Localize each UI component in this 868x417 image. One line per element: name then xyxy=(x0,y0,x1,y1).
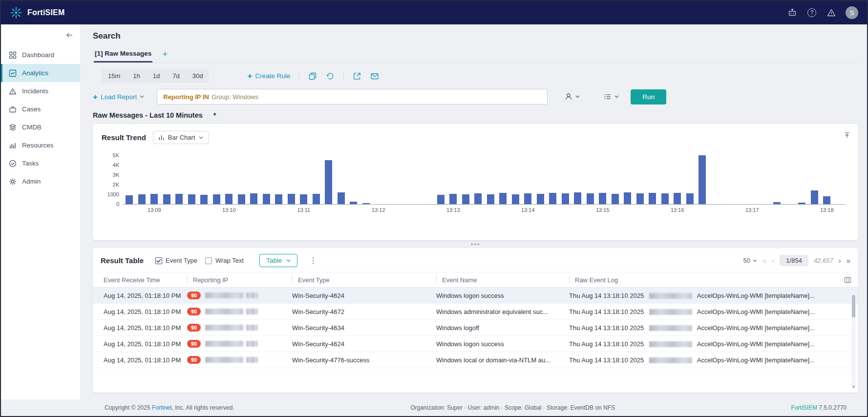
run-button[interactable]: Run xyxy=(631,89,666,104)
trend-bar[interactable] xyxy=(509,154,522,204)
trend-bar[interactable] xyxy=(136,154,148,204)
trend-bar[interactable] xyxy=(347,154,360,204)
trend-bar[interactable] xyxy=(410,154,423,204)
trend-bar[interactable] xyxy=(734,154,746,204)
trend-bar[interactable] xyxy=(186,154,198,204)
time-range-1h[interactable]: 1h xyxy=(127,69,146,83)
table-row[interactable]: Aug 14, 2025, 01:18:10 PM 90 Win-Securit… xyxy=(93,336,858,352)
column-header-event-type[interactable]: Event Type xyxy=(292,276,436,284)
trend-bar[interactable] xyxy=(746,154,759,204)
trend-bar[interactable] xyxy=(435,154,447,204)
bot-icon[interactable] xyxy=(787,7,798,18)
tab-raw-messages[interactable]: [1] Raw Messages xyxy=(94,47,152,63)
email-icon[interactable] xyxy=(370,72,379,81)
trend-bar[interactable] xyxy=(260,154,273,204)
trend-bar[interactable] xyxy=(833,154,846,204)
fortinet-link[interactable]: Fortinet xyxy=(152,404,172,411)
open-in-new-icon[interactable] xyxy=(353,72,361,81)
trend-bar[interactable] xyxy=(385,154,398,204)
column-header-event-receive-time[interactable]: Event Receive Time xyxy=(93,276,187,284)
trend-bar[interactable] xyxy=(173,154,186,204)
sidebar-item-cmdb[interactable]: CMDB xyxy=(1,118,80,136)
column-header-event-name[interactable]: Event Name xyxy=(436,276,569,284)
trend-bar[interactable] xyxy=(335,154,348,204)
trend-bar[interactable] xyxy=(808,154,821,204)
column-header-reporting-ip[interactable]: Reporting IP xyxy=(187,276,292,284)
create-rule-button[interactable]: + Create Rule xyxy=(247,72,290,80)
trend-bar[interactable] xyxy=(721,154,734,204)
trend-bar[interactable] xyxy=(771,154,783,204)
last-page-icon[interactable]: » xyxy=(847,256,850,265)
trend-bar[interactable] xyxy=(472,154,485,204)
trend-bar[interactable] xyxy=(596,154,609,204)
sidebar-item-tasks[interactable]: Tasks xyxy=(1,154,80,172)
trend-bar[interactable] xyxy=(211,154,223,204)
trend-bar[interactable] xyxy=(273,154,285,204)
trend-bar[interactable] xyxy=(235,154,248,204)
table-row[interactable]: Aug 14, 2025, 01:18:10 PM 90 Win-Securit… xyxy=(93,352,858,368)
trend-bar[interactable] xyxy=(821,154,833,204)
help-icon[interactable]: ? xyxy=(806,7,817,18)
event-type-checkbox[interactable]: Event Type xyxy=(155,257,197,264)
trend-bar[interactable] xyxy=(198,154,211,204)
column-settings-icon[interactable] xyxy=(844,276,851,284)
trend-bar[interactable] xyxy=(485,154,497,204)
sidebar-item-incidents[interactable]: Incidents xyxy=(1,82,80,100)
scroll-down-icon[interactable]: ▼ xyxy=(851,385,856,389)
table-scrollbar[interactable]: ▼ xyxy=(851,294,856,388)
trend-bar[interactable] xyxy=(659,154,672,204)
trend-bar[interactable] xyxy=(223,154,235,204)
time-range-7d[interactable]: 7d xyxy=(166,69,186,83)
view-mode-dropdown[interactable]: Table xyxy=(259,254,297,267)
trend-bar[interactable] xyxy=(397,154,410,204)
trend-bar[interactable] xyxy=(534,154,547,204)
trend-bar[interactable] xyxy=(360,154,373,204)
trend-bar[interactable] xyxy=(447,154,460,204)
trend-bar[interactable] xyxy=(372,154,385,204)
time-range-15m[interactable]: 15m xyxy=(102,69,127,83)
time-range-1d[interactable]: 1d xyxy=(147,69,166,83)
trend-bar[interactable] xyxy=(422,154,435,204)
display-fields-dropdown[interactable] xyxy=(603,92,619,101)
wrap-text-checkbox[interactable]: Wrap Text xyxy=(205,257,244,264)
trend-bar[interactable] xyxy=(148,154,161,204)
history-icon[interactable] xyxy=(326,72,335,81)
table-row[interactable]: Aug 14, 2025, 01:18:10 PM 90 Win-Securit… xyxy=(93,288,858,304)
more-options-icon[interactable]: ⋮ xyxy=(309,256,317,265)
sidebar-item-analytics[interactable]: Analytics xyxy=(1,64,80,82)
first-page-icon[interactable]: « xyxy=(762,256,766,265)
column-header-raw-event-log[interactable]: Raw Event Log xyxy=(569,276,858,284)
user-scope-dropdown[interactable] xyxy=(564,92,580,101)
trend-bar[interactable] xyxy=(584,154,597,204)
trend-bar[interactable] xyxy=(709,154,721,204)
trend-bar[interactable] xyxy=(460,154,472,204)
scrollbar-thumb[interactable] xyxy=(852,295,855,317)
trend-bar[interactable] xyxy=(621,154,634,204)
prev-page-icon[interactable]: ‹ xyxy=(772,256,774,265)
fortisiem-version-link[interactable]: FortiSIEM xyxy=(791,404,817,411)
sidebar-item-admin[interactable]: Admin xyxy=(1,172,80,190)
page-size-dropdown[interactable]: 50 xyxy=(743,257,757,264)
panel-resize-handle[interactable]: ••• xyxy=(93,240,858,248)
alerts-icon[interactable] xyxy=(826,7,837,18)
load-report-button[interactable]: + Load Report xyxy=(93,93,144,101)
sidebar-item-cases[interactable]: Cases xyxy=(1,100,80,118)
sidebar-item-resources[interactable]: Resources xyxy=(1,136,80,154)
trend-bar[interactable] xyxy=(497,154,509,204)
trend-bar[interactable] xyxy=(684,154,697,204)
trend-bar[interactable] xyxy=(522,154,534,204)
trend-bar[interactable] xyxy=(646,154,659,204)
trend-bar[interactable] xyxy=(161,154,173,204)
table-row[interactable]: Aug 14, 2025, 01:18:10 PM 90 Win-Securit… xyxy=(93,304,858,320)
collapse-to-top-icon[interactable] xyxy=(844,132,850,139)
trend-bar[interactable] xyxy=(783,154,796,204)
page-indicator[interactable]: 1/854 xyxy=(780,255,808,266)
sidebar-item-dashboard[interactable]: Dashboard xyxy=(1,46,80,64)
trend-bar[interactable] xyxy=(322,154,335,204)
sidebar-collapse-button[interactable] xyxy=(1,24,80,46)
trend-bar[interactable] xyxy=(696,154,709,204)
chart-type-dropdown[interactable]: Bar Chart xyxy=(153,131,209,144)
trend-bar[interactable] xyxy=(634,154,647,204)
trend-bar[interactable] xyxy=(285,154,298,204)
trend-bar[interactable] xyxy=(759,154,771,204)
